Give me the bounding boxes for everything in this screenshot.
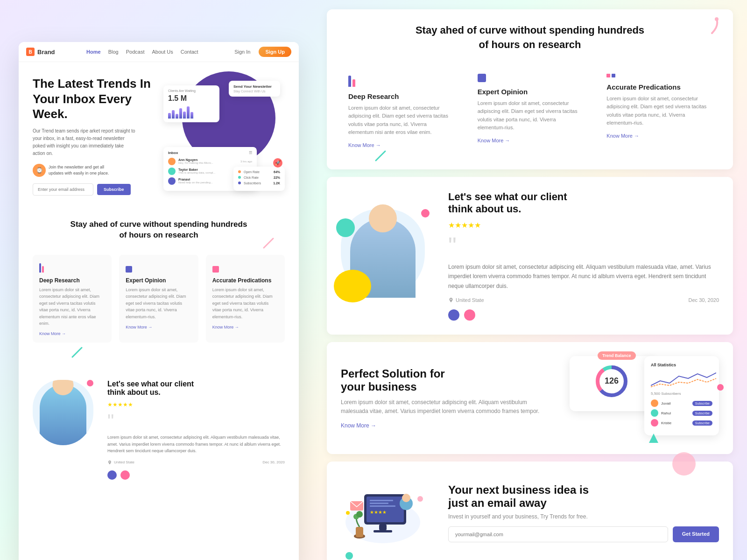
feature-icon-2 — [126, 261, 137, 273]
email-section: ★★★★ — [341, 476, 719, 550]
signin-button[interactable]: Sign In — [230, 47, 255, 56]
svg-text:126: 126 — [605, 376, 619, 385]
right-features-grid: Deep Research Lorem ipsum dolor sit amet… — [341, 66, 719, 155]
right-know-more-2[interactable]: Know More → — [478, 138, 583, 143]
svg-point-0 — [715, 17, 719, 21]
rocket-icon: 🚀 — [273, 158, 282, 168]
svg-marker-6 — [649, 434, 658, 443]
stat-sub-2: Click Rate 22% — [238, 176, 280, 179]
business-title: Perfect Solution foryour business — [341, 367, 556, 393]
business-illustration: Trend Balance 126 — [570, 356, 719, 440]
right-person-area — [341, 209, 434, 302]
email-scene-svg: ★★★★ — [341, 476, 425, 546]
right-feature-title-3: Accurate Predications — [606, 83, 712, 91]
svg-rect-20 — [356, 527, 363, 537]
hero-join: ⌚ Join the newsletter and get all update… — [33, 164, 154, 177]
nav-blog[interactable]: Blog — [108, 49, 119, 55]
inbox-header: Inbox☰ — [168, 151, 252, 155]
know-more-1[interactable]: Know More → — [39, 331, 105, 336]
logo-box: B — [26, 48, 35, 56]
join-icon: ⌚ — [33, 164, 46, 177]
hero-stat-card: Clients Are Waiting 1.5 M — [163, 85, 219, 122]
nav-home[interactable]: Home — [86, 49, 101, 55]
ring-chart: 126 — [593, 363, 630, 400]
right-testimonial-content: Let's see what our clientthink about us.… — [448, 191, 719, 321]
signup-button[interactable]: Sign Up — [259, 47, 291, 57]
inbox-info-3: Pranavi Need help on the pending... — [178, 178, 238, 184]
features-title: Stay ahed of curve without spending hund… — [33, 219, 285, 241]
nav-podcast[interactable]: Podcast — [126, 49, 145, 55]
right-testimonial-meta: United State Dec 30, 2020 — [448, 297, 719, 303]
right-panel: Stay ahed of curve without spending hund… — [313, 0, 747, 560]
person-figure — [40, 385, 86, 445]
sub-btn-1[interactable]: Subscribe — [692, 401, 712, 406]
hero-illustration: Clients Are Waiting 1.5 M Send Your New — [163, 76, 285, 196]
right-testimonial-section: Let's see what our clientthink about us.… — [327, 177, 733, 335]
right-nav-dot-2[interactable] — [464, 309, 475, 321]
email-desc: Invest in yourself and your business, Tr… — [448, 513, 719, 520]
sub-btn-2[interactable]: Subscribe — [692, 411, 712, 416]
stats-panel-title: All Statistics — [651, 363, 712, 367]
email-input-right[interactable] — [448, 526, 668, 542]
sub-btn-3[interactable]: Subscribe — [692, 420, 712, 426]
right-nav-dot-1[interactable] — [448, 309, 459, 321]
business-know-more[interactable]: Know More → — [341, 422, 556, 429]
testimonial-location: United State — [107, 460, 134, 465]
right-feature-card-2: Expert Opinion Lorem ipsum dolor sit ame… — [470, 66, 590, 155]
testimonial-date: Dec 30, 2020 — [262, 460, 285, 465]
svg-rect-15 — [374, 530, 392, 532]
svg-rect-14 — [379, 525, 387, 530]
hero-text: The Latest Trends In Your Inbox Every We… — [33, 76, 163, 196]
business-pink-dot — [717, 384, 724, 391]
brand-name: Brand — [37, 49, 55, 56]
email-input[interactable] — [33, 183, 93, 196]
right-know-more-3[interactable]: Know More → — [606, 133, 712, 139]
email-illustration: ★★★★ — [341, 476, 434, 550]
subscribe-button[interactable]: Subscribe — [97, 184, 131, 195]
nav-about[interactable]: About Us — [152, 49, 173, 55]
know-more-2[interactable]: Know More → — [126, 325, 191, 329]
nav-links: Home Blog Podcast About Us Contact — [86, 49, 198, 55]
teal-curve-right — [374, 149, 388, 163]
inbox-item: Ann Nguyen Hey, I'm making this Micro...… — [168, 158, 252, 165]
right-feature-title-2: Expert Opinion — [478, 88, 583, 96]
get-started-button[interactable]: Get Started — [673, 526, 719, 542]
testimonial-heading: Let's see what our clientthink about us. — [107, 380, 285, 397]
feature-title-1: Deep Research — [39, 277, 105, 284]
testimonial-text: Lorem ipsum dolor sit amet, consectetur … — [107, 434, 285, 454]
pink-hook-decor — [705, 17, 719, 35]
stat-sub-1: Open Rate 64% — [238, 170, 280, 174]
business-text: Perfect Solution foryour business Lorem … — [341, 367, 556, 429]
know-more-3[interactable]: Know More → — [212, 325, 278, 329]
nav-contact[interactable]: Contact — [181, 49, 198, 55]
stat-sub-3: Subscribers 1.2K — [238, 182, 280, 185]
dashboard-mockup: Trend Balance 126 — [570, 356, 719, 440]
feature-desc-3: Lorem ipsum dolor sit amet, consectetur … — [212, 287, 278, 320]
email-form: Subscribe — [33, 183, 154, 196]
right-feature-icon-2 — [478, 74, 583, 82]
right-features-header: Stay ahed of curve without spending hund… — [341, 23, 719, 52]
right-testimonial-text: Lorem ipsum dolor sit amet, consectetur … — [448, 262, 719, 291]
right-business-section: Perfect Solution foryour business Lorem … — [327, 342, 733, 454]
brand-logo: B Brand — [26, 48, 55, 56]
testimonial-image — [33, 380, 98, 445]
person-circle — [33, 380, 93, 445]
feature-title-3: Accurate Predications — [212, 277, 278, 284]
inbox-info-1: Ann Nguyen Hey, I'm making this Micro... — [178, 158, 238, 164]
feature-desc-1: Lorem ipsum dolor sit amet, consectetur … — [39, 287, 105, 327]
right-location-icon — [448, 297, 454, 303]
testimonial-nav-dot-1[interactable] — [107, 470, 117, 480]
right-yellow-blob — [334, 270, 371, 302]
right-know-more-1[interactable]: Know More → — [348, 142, 453, 148]
feature-card-3: Accurate Predications Lorem ipsum dolor … — [206, 255, 285, 343]
line-chart-svg — [651, 369, 716, 388]
svg-rect-10 — [370, 500, 393, 501]
dashboard-ring: 126 — [593, 363, 630, 400]
testimonial-section: Let's see what our clientthink about us.… — [19, 371, 299, 489]
subscriber-item-3: Kristie Subscribe — [651, 419, 712, 427]
testimonial-nav-dot-2[interactable] — [120, 470, 130, 480]
email-pink-blob — [672, 452, 696, 476]
hero-title: The Latest Trends In Your Inbox Every We… — [33, 76, 154, 122]
newsletter-title: Send Your Newsletter — [233, 84, 275, 89]
email-form-right: Get Started — [448, 526, 719, 542]
